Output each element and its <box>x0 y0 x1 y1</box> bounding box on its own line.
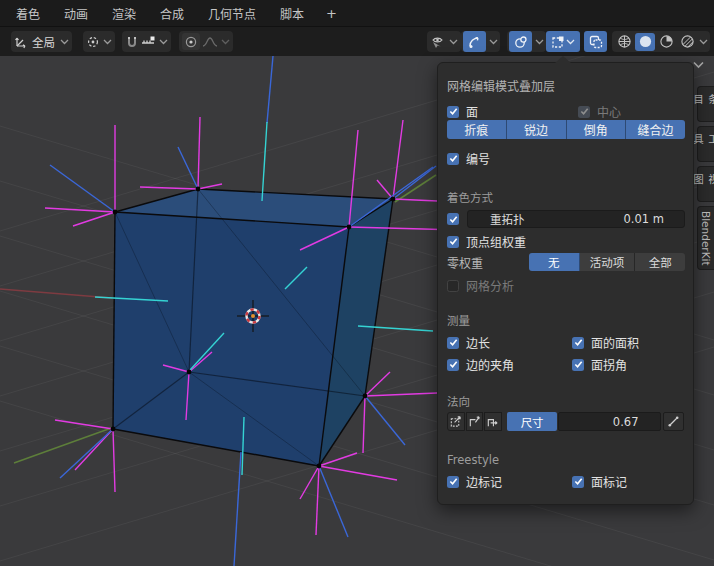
edit-overlays-icon <box>551 35 565 49</box>
proportional-editing-icon[interactable] <box>182 33 200 50</box>
chevron-down-icon <box>158 39 168 45</box>
wireframe-shading-icon[interactable] <box>614 33 634 51</box>
xray-toggle-button[interactable] <box>584 31 607 52</box>
face-normals-toggle[interactable] <box>484 412 502 431</box>
workspace-tab-geometry-nodes[interactable]: 几何节点 <box>196 0 268 27</box>
falloff-curve-icon[interactable] <box>202 35 218 49</box>
seams-button[interactable]: 缝合边 <box>626 120 685 139</box>
chevron-down-icon[interactable] <box>534 39 544 45</box>
zero-weights-all-button[interactable]: 全部 <box>635 253 685 271</box>
retopology-checkbox[interactable] <box>447 213 459 225</box>
transform-orientation-dropdown[interactable]: 全局 <box>11 31 72 52</box>
freestyle-section-label: Freestyle <box>447 453 499 467</box>
sharp-button[interactable]: 锐边 <box>507 120 567 139</box>
magnet-icon[interactable] <box>125 35 139 49</box>
gizmo-group <box>461 31 500 52</box>
workspace-tab-rendering[interactable]: 渲染 <box>100 0 148 27</box>
normals-size-button[interactable]: 尺寸 <box>507 412 558 431</box>
indices-checkbox[interactable] <box>447 153 459 165</box>
face-area-label: 面的面积 <box>591 334 639 351</box>
snap-to-icon[interactable] <box>141 35 156 49</box>
mesh-analysis-label: 网格分析 <box>466 277 514 294</box>
overlays-group <box>507 31 546 52</box>
retopology-offset-slider[interactable]: 重拓扑 0.01 m <box>467 210 685 228</box>
sidebar-tab-item[interactable]: 条目 <box>697 86 714 122</box>
eye-pointer-icon <box>430 35 446 49</box>
measurement-section-label: 测量 <box>447 312 470 328</box>
workspace-tab-compositing[interactable]: 合成 <box>148 0 196 27</box>
chevron-down-icon <box>59 39 69 45</box>
show-overlays-button[interactable] <box>509 31 532 52</box>
shading-mode-group <box>612 31 710 52</box>
chevron-down-icon <box>102 39 112 45</box>
chevron-down-icon <box>566 39 576 45</box>
sidebar-tab-view[interactable]: 视图 <box>697 166 714 202</box>
normals-size-value: 0.67 <box>613 415 639 429</box>
vertex-group-weights-checkbox[interactable] <box>447 236 459 248</box>
pivot-point-dropdown[interactable] <box>83 31 115 52</box>
viewport-header: 全局 <box>0 27 714 56</box>
center-checkbox <box>578 106 590 118</box>
faces-checkbox[interactable] <box>447 106 459 118</box>
panel-title: 网格编辑模式叠加层 <box>447 77 555 94</box>
sidebar-tab-tool[interactable]: 工具 <box>697 126 714 162</box>
chevron-down-icon <box>220 39 230 45</box>
snapping-group <box>122 31 171 52</box>
normals-section-label: 法向 <box>447 393 470 409</box>
center-label: 中心 <box>597 103 621 120</box>
retopology-label: 重拓扑 <box>490 211 525 227</box>
zero-weights-active-button[interactable]: 活动项 <box>580 253 636 271</box>
creases-button[interactable]: 折痕 <box>447 120 507 139</box>
orientation-axes-icon <box>14 35 28 49</box>
xray-icon <box>589 35 603 49</box>
edge-marks-label: 边标记 <box>466 473 502 490</box>
edge-length-checkbox[interactable] <box>447 337 459 349</box>
normals-size-value-field[interactable]: 0.67 <box>558 412 661 431</box>
split-normals-toggle[interactable] <box>466 412 484 431</box>
mesh-edit-overlays-panel: 网格编辑模式叠加层 面 中心 折痕 锐边 倒角 缝合边 编号 <box>437 62 694 505</box>
topbar: 着色 动画 渲染 合成 几何节点 脚本 + <box>0 0 714 27</box>
edge-angle-label: 边的夹角 <box>466 356 514 373</box>
zero-weights-none-button[interactable]: 无 <box>529 253 580 271</box>
retopology-value: 0.01 m <box>624 212 664 226</box>
vertex-group-weights-label: 顶点组权重 <box>466 233 526 250</box>
workspace-tab-scripting[interactable]: 脚本 <box>268 0 316 27</box>
chevron-down-icon <box>448 39 458 45</box>
sidebar-tab-blenderkit[interactable]: BlenderKit <box>697 206 714 270</box>
face-marks-label: 面标记 <box>591 473 627 490</box>
chevron-down-icon[interactable] <box>488 39 498 45</box>
add-workspace-button[interactable]: + <box>316 6 347 21</box>
face-area-checkbox[interactable] <box>572 337 584 349</box>
bevel-button[interactable]: 倒角 <box>567 120 627 139</box>
face-angle-checkbox[interactable] <box>572 359 584 371</box>
show-gizmo-button[interactable] <box>463 31 486 52</box>
vertex-normals-toggle[interactable] <box>447 412 465 431</box>
face-marks-checkbox[interactable] <box>572 476 584 488</box>
orientation-label: 全局 <box>30 34 57 50</box>
zero-weights-label: 零权重 <box>447 254 483 271</box>
edge-length-label: 边长 <box>466 334 490 351</box>
constant-screen-size-toggle[interactable] <box>663 412 684 431</box>
proportional-editing-group <box>179 31 233 52</box>
pivot-point-icon <box>86 35 100 49</box>
rendered-shading-icon[interactable] <box>677 33 697 51</box>
indices-label: 编号 <box>466 150 490 167</box>
workspace-tab-shading[interactable]: 着色 <box>4 0 52 27</box>
chevron-down-icon[interactable] <box>698 39 708 45</box>
blender-window: 着色 动画 渲染 合成 几何节点 脚本 + 全局 <box>0 0 714 566</box>
shading-section-label: 着色方式 <box>447 189 493 205</box>
mesh-edit-overlays-dropdown[interactable] <box>546 31 580 52</box>
edge-angle-checkbox[interactable] <box>447 359 459 371</box>
object-type-visibility-dropdown[interactable] <box>427 31 461 52</box>
face-angle-label: 面拐角 <box>591 356 627 373</box>
edge-marks-checkbox[interactable] <box>447 476 459 488</box>
solid-shading-icon[interactable] <box>635 33 655 51</box>
material-preview-shading-icon[interactable] <box>656 33 676 51</box>
mesh-analysis-checkbox <box>447 280 459 292</box>
workspace-tab-animation[interactable]: 动画 <box>52 0 100 27</box>
faces-label: 面 <box>466 103 478 120</box>
